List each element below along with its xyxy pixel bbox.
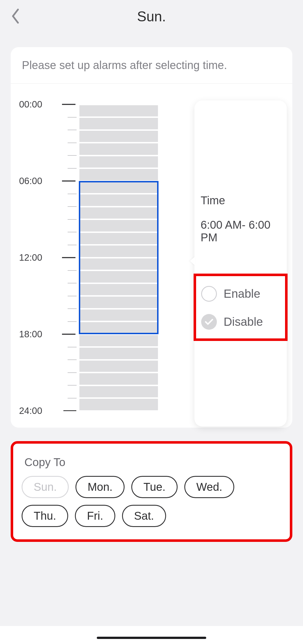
time-slot[interactable]	[79, 207, 158, 219]
time-slot[interactable]	[79, 233, 158, 244]
time-slot[interactable]	[79, 169, 158, 180]
time-slot[interactable]	[79, 258, 158, 270]
schedule-card: Please set up alarms after selecting tim…	[11, 47, 292, 428]
time-slot[interactable]	[79, 322, 158, 334]
time-label: 24:00	[19, 405, 42, 416]
copy-to-card: Copy To Sun.Mon.Tue.Wed.Thu.Fri.Sat.	[11, 441, 292, 542]
time-slot[interactable]	[79, 335, 158, 347]
time-slot[interactable]	[79, 156, 158, 168]
copy-to-day-chip[interactable]: Fri.	[75, 505, 115, 527]
copy-to-day-chip[interactable]: Mon.	[75, 476, 125, 498]
time-detail-panel: Time 6:00 AM- 6:00 PM Enable Disable	[194, 100, 287, 427]
enable-disable-group: Enable Disable	[194, 274, 288, 341]
time-slot-grid[interactable]	[79, 104, 158, 411]
home-indicator	[97, 637, 206, 639]
copy-to-day-chip: Sun.	[22, 476, 69, 498]
time-slot[interactable]	[79, 399, 158, 410]
time-slot[interactable]	[79, 297, 158, 308]
time-slot[interactable]	[79, 118, 158, 129]
copy-to-chips: Sun.Mon.Tue.Wed.Thu.Fri.Sat.	[22, 476, 281, 527]
time-slot[interactable]	[79, 194, 158, 206]
radio-checked-icon	[201, 314, 217, 330]
time-label: 12:00	[19, 252, 42, 263]
time-label: 06:00	[19, 176, 42, 186]
time-slot[interactable]	[79, 143, 158, 155]
time-slot[interactable]	[79, 131, 158, 142]
instruction-text: Please set up alarms after selecting tim…	[11, 47, 292, 84]
panel-time-label: Time	[201, 194, 281, 207]
time-axis: 00:0006:0012:0018:0024:00	[19, 104, 79, 411]
time-slot[interactable]	[79, 271, 158, 283]
option-enable[interactable]: Enable	[201, 284, 280, 304]
time-slot[interactable]	[79, 386, 158, 398]
time-slot[interactable]	[79, 373, 158, 385]
time-slot[interactable]	[79, 220, 158, 232]
copy-to-day-chip[interactable]: Thu.	[22, 505, 68, 527]
copy-to-day-chip[interactable]: Tue.	[131, 476, 178, 498]
chevron-left-icon	[11, 8, 20, 25]
option-disable[interactable]: Disable	[201, 312, 280, 332]
copy-to-day-chip[interactable]: Sat.	[122, 505, 166, 527]
time-label: 00:00	[19, 99, 42, 110]
copy-to-day-chip[interactable]: Wed.	[184, 476, 235, 498]
time-slot[interactable]	[79, 361, 158, 372]
time-slot[interactable]	[79, 284, 158, 295]
time-slot[interactable]	[79, 182, 158, 193]
copy-to-title: Copy To	[24, 456, 281, 469]
back-button[interactable]	[10, 7, 21, 26]
time-slot[interactable]	[79, 310, 158, 321]
radio-unchecked-icon	[201, 286, 217, 302]
panel-time-range: 6:00 AM- 6:00 PM	[201, 219, 281, 244]
time-slot[interactable]	[79, 348, 158, 359]
page-title: Sun.	[0, 8, 303, 25]
time-label: 18:00	[19, 329, 42, 340]
time-slot[interactable]	[79, 105, 158, 117]
time-slot[interactable]	[79, 246, 158, 257]
option-enable-label: Enable	[224, 287, 260, 301]
option-disable-label: Disable	[224, 315, 263, 329]
